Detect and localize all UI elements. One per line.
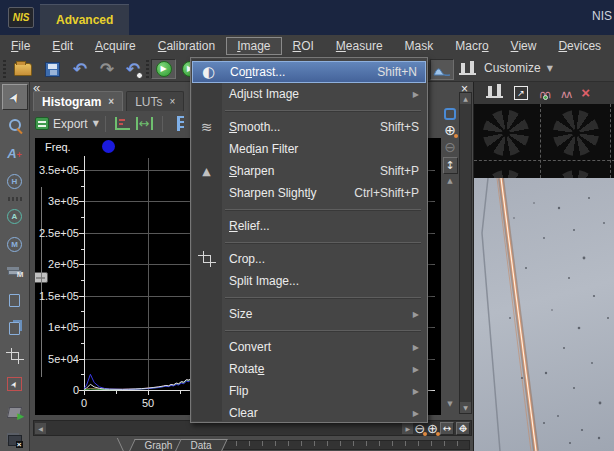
specimen-image[interactable] [474,178,614,451]
menu-roi[interactable]: ROI [282,37,325,55]
profile-button[interactable]: ∧∧ [560,84,570,102]
vertical-axis-icon[interactable] [177,116,185,131]
menu-item-sharpen-slightly[interactable]: Sharpen SlightlyCtrl+Shift+P [191,182,427,204]
profile-icon: ∧∧ [560,88,570,101]
pointer-tool[interactable]: ➤ [2,84,28,110]
open-file-button[interactable] [12,59,34,79]
close-tab-icon[interactable]: × [108,96,114,107]
menu-item-contrast[interactable]: ◐Contrast...Shift+N [192,61,426,83]
fit-width-icon[interactable]: ↔ [136,117,153,130]
menu-item-relief[interactable]: Relief... [191,215,427,237]
annotate-tool[interactable]: A+ [2,140,28,166]
annotate-icon: A+ [7,146,22,161]
save-icon [45,62,60,77]
submenu-arrow-icon: ▶ [413,90,419,99]
menu-item-median-filter[interactable]: Median Filter [191,138,427,160]
interpolation-button[interactable]: ∩∩ [539,84,549,102]
menu-item-label: Sharpen Slightly [229,186,316,200]
open-in-new-button[interactable]: ↗ [514,86,528,100]
menu-item-convert[interactable]: Convert▶ [191,336,427,358]
scroll-up-button[interactable]: ▲ [460,93,471,104]
crop-tool[interactable] [2,343,28,369]
menu-item-split-image[interactable]: Split Image... [191,270,427,292]
measure-tool-button[interactable] [456,59,478,79]
manual-capture-tool[interactable]: M [2,259,28,285]
tab-luts[interactable]: LUTs × [126,91,184,111]
close-all-tool[interactable]: × [2,427,28,451]
menu-image[interactable]: Image [226,37,281,55]
menu-separator [191,292,427,303]
auto-clock-icon: A [7,209,22,224]
zoom-in-button[interactable]: ⊕ [427,422,438,435]
auto-exposure-tool[interactable]: A [2,203,28,229]
menu-item-sharpen[interactable]: ▲SharpenShift+P [191,160,427,182]
toolbar-grip[interactable] [146,60,149,78]
undo-button[interactable]: ↶ [69,59,91,79]
save-button[interactable] [41,59,63,79]
menu-file[interactable]: File [0,37,41,55]
delete-measure-button[interactable]: × [581,84,590,102]
menu-calibration[interactable]: Calibration [147,37,226,55]
menu-macro[interactable]: Macro [444,37,499,55]
frame-icon[interactable] [444,108,456,120]
duplicate-document-tool[interactable] [2,315,28,341]
export-dropdown-icon[interactable]: ▼ [93,119,99,128]
sheet-tab-label: Graph [144,440,172,451]
caliper-button[interactable] [486,84,503,102]
show-axes-icon[interactable] [115,117,130,130]
menu-acquire[interactable]: Acquire [84,37,147,55]
delete-measure-icon: × [581,84,590,101]
layers-m-icon: M [8,270,22,275]
tab-histogram[interactable]: Histogram × [33,91,123,111]
run-macro-tool[interactable]: ▶ [2,399,28,425]
close-tab-icon[interactable]: × [170,96,176,107]
interpolation-icon: ∩∩ [539,88,549,101]
menu-mask[interactable]: Mask [394,37,445,55]
hdr-tool[interactable]: H [2,168,28,194]
aperture-watermark-icon [483,110,529,156]
menu-measure[interactable]: Measure [325,37,394,55]
scroll-right-button[interactable]: ▶ [402,423,413,434]
menu-item-smooth[interactable]: ≋Smooth...Shift+S [191,116,427,138]
roi-tool[interactable]: ➤ [2,371,28,397]
play-button[interactable]: ▶ [151,59,176,79]
pointer-icon: ➤ [5,89,23,106]
menu-edit[interactable]: Edit [41,37,84,55]
scroll-down-icon[interactable]: ▼ [447,400,452,408]
undo-history-button[interactable]: ↶ [122,59,144,79]
menu-item-adjust-image[interactable]: Adjust Image▶ [191,83,427,105]
redo-button[interactable]: ↷ [96,59,118,79]
menu-devices[interactable]: Devices [547,37,612,55]
zoom-in-button[interactable]: ⊕ [444,123,456,137]
sheet-tab-data[interactable]: Data [173,439,228,451]
workspace-tab-advanced[interactable]: Advanced [40,4,129,35]
frame-slider[interactable] [218,440,470,450]
menu-item-label: Adjust Image [229,87,299,101]
dock-grip[interactable] [8,197,22,201]
menu-separator [191,204,427,215]
menu-item-rotate[interactable]: Rotate▶ [191,358,427,380]
menu-view[interactable]: View [500,37,548,55]
menu-item-crop[interactable]: Crop... [191,248,427,270]
menu-item-clear[interactable]: Clear▶ [191,402,427,424]
export-button[interactable]: Export [53,117,88,131]
export-icon [35,117,49,130]
zoom-out-button[interactable]: ⊖ [444,140,456,154]
blue-marker[interactable] [102,140,115,153]
fit-vertical-button[interactable]: ↕ [443,157,458,174]
zoom-tool[interactable] [2,112,28,138]
menu-item-flip[interactable]: Flip▶ [191,380,427,402]
scroll-left-button[interactable]: ◀ [35,423,46,434]
menu-item-size[interactable]: Size▶ [191,303,427,325]
menu-item-label: Rotate [229,362,264,376]
fit-all-button[interactable]: ↔↕ [456,422,470,435]
show-histogram-button[interactable] [430,59,454,80]
customize-button[interactable]: Customize ▼ [484,61,553,75]
fit-horizontal-button[interactable]: ↔ [440,422,454,435]
vertical-scrollbar[interactable]: ▲ ▼ [459,92,472,414]
scroll-up-icon[interactable]: ▲ [447,177,452,185]
new-document-tool[interactable] [2,287,28,313]
scroll-down-button[interactable]: ▼ [460,402,471,413]
manual-exposure-tool[interactable]: M [2,231,28,257]
toolbar-grip[interactable] [3,60,6,78]
